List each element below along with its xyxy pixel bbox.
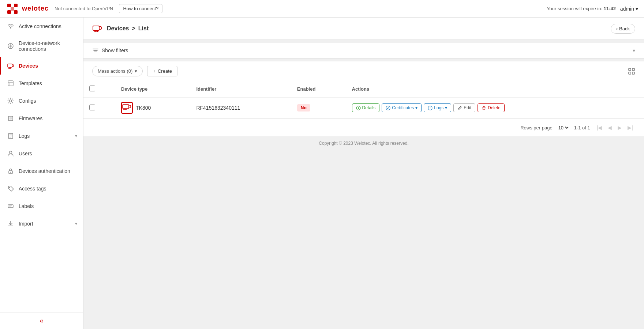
wifi-icon — [7, 23, 14, 30]
row-device-type-cell: TK800 — [115, 97, 190, 118]
svg-rect-43 — [632, 68, 634, 71]
certificates-button[interactable]: Certificates ▾ — [382, 103, 422, 112]
svg-point-57 — [430, 109, 430, 109]
svg-rect-35 — [99, 27, 101, 29]
col-header-identifier: Identifier — [190, 81, 291, 97]
sidebar-item-users[interactable]: Users — [0, 145, 83, 162]
logo-text: welotec — [22, 5, 49, 12]
edit-button[interactable]: Edit — [453, 103, 475, 112]
sidebar-item-devices[interactable]: Devices — [0, 57, 83, 75]
grid-view-button[interactable] — [628, 68, 635, 75]
rows-per-page-label: Rows per page — [520, 125, 552, 131]
svg-rect-11 — [8, 64, 12, 67]
back-button[interactable]: ‹ Back — [611, 24, 635, 34]
filters-bar: Show filters ▾ — [83, 43, 644, 58]
svg-point-19 — [10, 100, 12, 102]
logs-button[interactable]: Logs ▾ — [424, 103, 451, 112]
sidebar-item-import[interactable]: Import ▾ — [0, 215, 83, 232]
session-info: Your session will expire in: 11:42 — [547, 6, 616, 11]
how-to-connect-button[interactable]: How to connect? — [119, 4, 162, 13]
logo: welotec — [6, 2, 49, 15]
first-page-button[interactable]: |◀ — [595, 123, 604, 132]
rows-per-page-select[interactable]: 10 25 50 — [557, 125, 570, 131]
welotec-logo-icon — [6, 2, 19, 15]
show-filters-button[interactable]: Show filters — [92, 47, 128, 54]
sidebar-item-label-devices-auth: Devices authentication — [19, 168, 77, 174]
sidebar-item-label-device-to-network: Device-to-network connections — [19, 40, 77, 52]
firmware-icon — [7, 115, 14, 122]
mass-actions-button[interactable]: Mass actions (0) ▾ — [92, 66, 143, 76]
topbar-right: Your session will expire in: 11:42 admin… — [547, 6, 638, 12]
col-header-device-type: Device type — [115, 81, 190, 97]
device-type-label: TK800 — [136, 105, 151, 111]
sidebar-item-active-connections[interactable]: Active connections — [0, 18, 83, 35]
create-button[interactable]: + Create — [147, 66, 177, 76]
sidebar-item-configs[interactable]: Configs — [0, 92, 83, 110]
sidebar-item-firmwares[interactable]: Firmwares — [0, 110, 83, 127]
row-checkbox[interactable] — [89, 105, 95, 110]
show-filters-label: Show filters — [102, 48, 128, 53]
sidebar-bottom: « — [0, 312, 83, 329]
col-header-actions: Actions — [346, 81, 644, 97]
sidebar-collapse-button[interactable]: « — [40, 317, 43, 325]
next-page-button[interactable]: ▶ — [615, 123, 624, 132]
select-all-checkbox[interactable] — [89, 86, 95, 91]
main-content: Devices > List ‹ Back Show filters ▾ — [83, 18, 644, 329]
session-label: Your session will expire in: — [547, 6, 602, 11]
status-badge: No — [297, 104, 310, 111]
svg-rect-3 — [14, 4, 18, 7]
sidebar-item-label-access-tags: Access tags — [19, 186, 77, 192]
sidebar-item-labels[interactable]: Labels — [0, 197, 83, 215]
svg-rect-1 — [7, 4, 11, 7]
devices-table: Device type Identifier Enabled Actions — [83, 81, 644, 118]
sidebar-item-devices-auth[interactable]: Devices authentication — [0, 162, 83, 180]
delete-button[interactable]: Delete — [478, 103, 505, 112]
svg-rect-34 — [93, 26, 99, 30]
svg-rect-2 — [7, 10, 11, 14]
svg-point-29 — [9, 187, 10, 188]
sidebar-item-access-tags[interactable]: Access tags — [0, 180, 83, 197]
network-icon — [7, 42, 14, 50]
pagination-bar: Rows per page 10 25 50 1-1 of 1 |◀ ◀ ▶ ▶… — [83, 118, 644, 136]
create-label: Create — [158, 68, 172, 74]
mass-actions-label: Mass actions (0) — [98, 68, 132, 74]
row-identifier-cell: RF4151632340111 — [190, 97, 291, 118]
svg-rect-30 — [8, 205, 13, 208]
sidebar-item-logs[interactable]: Logs ▾ — [0, 127, 83, 145]
logs-expand-icon: ▾ — [75, 133, 77, 139]
col-header-enabled: Enabled — [291, 81, 346, 97]
users-icon — [7, 150, 14, 157]
topbar-left: welotec Not connected to OpenVPN How to … — [6, 2, 162, 15]
sidebar-item-label-users: Users — [19, 151, 77, 156]
row-checkbox-cell — [83, 97, 115, 118]
svg-rect-21 — [10, 117, 12, 120]
logs-label: Logs — [434, 105, 443, 110]
import-expand-icon: ▾ — [75, 221, 77, 226]
filters-collapse-icon[interactable]: ▾ — [633, 48, 635, 53]
svg-point-54 — [386, 106, 390, 110]
logs-chevron-icon: ▾ — [445, 105, 447, 110]
details-button[interactable]: Details — [352, 103, 380, 112]
admin-label: admin — [620, 6, 634, 12]
devices-page-icon — [92, 23, 102, 34]
filters-icon — [92, 47, 99, 54]
prev-page-button[interactable]: ◀ — [606, 123, 614, 132]
certificates-chevron-icon: ▾ — [415, 105, 418, 110]
edit-label: Edit — [464, 105, 471, 110]
device-thumbnail — [121, 102, 133, 114]
sidebar-item-templates[interactable]: Templates — [0, 75, 83, 92]
breadcrumb-devices: Devices — [107, 25, 129, 32]
footer: Copyright © 2023 Welotec. All rights res… — [83, 136, 644, 150]
back-label: Back — [619, 26, 630, 31]
label-icon — [7, 203, 14, 210]
logs-icon — [7, 132, 14, 140]
delete-label: Delete — [488, 105, 501, 110]
table-area: Mass actions (0) ▾ + Create — [83, 61, 644, 136]
admin-menu-button[interactable]: admin ▾ — [620, 6, 638, 12]
last-page-button[interactable]: ▶| — [625, 123, 635, 132]
breadcrumb-separator: > — [132, 25, 135, 32]
tag-icon — [7, 185, 14, 192]
svg-rect-44 — [629, 72, 631, 74]
sidebar-item-device-to-network[interactable]: Device-to-network connections — [0, 35, 83, 57]
svg-point-26 — [10, 151, 12, 154]
